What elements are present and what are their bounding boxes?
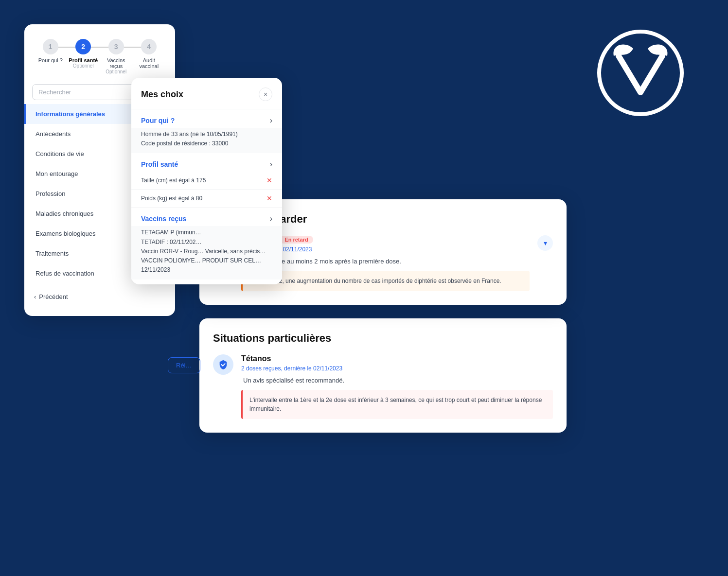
poids-filter-remove[interactable]: ✕: [266, 194, 272, 202]
situations-title: Situations particulières: [213, 332, 553, 345]
tetanos-name-row: Tétanos: [241, 354, 553, 363]
step-2-sublabel: Optionnel: [73, 63, 94, 69]
step-2-circle: 2: [75, 39, 91, 54]
step-3[interactable]: 3 Vaccins reçus Optionnel: [100, 39, 133, 74]
diphterie-dose-date: 1 dose reçue le 02/11/2023: [241, 246, 530, 253]
tetanos-warning-box: L'intervalle entre la 1ère et la 2e dose…: [241, 390, 553, 419]
situations-card: Situations particulières Tétanos 2 doses…: [199, 318, 567, 433]
vaccins-recus-content: TETAGAM P (immun… TETADIF : 02/11/202… V…: [131, 226, 282, 279]
mes-choix-card: Mes choix × Pour qui ? › Homme de 33 ans…: [131, 78, 282, 284]
diphterie-info-box: Depuis 2022, une augmentation du nombre …: [241, 271, 530, 291]
previous-label: Précédent: [39, 293, 68, 300]
taille-filter-label: Taille (cm) est égal à 175: [141, 177, 206, 184]
step-3-circle: 3: [108, 39, 124, 54]
tetanos-info: Tétanos 2 doses reçues, dernière le 02/1…: [241, 354, 553, 419]
vaccin-line-4: VACCIN POLIOMYE… PRODUIT SUR CEL… 12/11/…: [141, 256, 272, 275]
close-button[interactable]: ×: [259, 87, 272, 101]
pour-qui-title: Pour qui ?: [141, 117, 175, 124]
retard-badge: En retard: [280, 236, 313, 244]
vaccin-line-1: TETAGAM P (immun…: [141, 228, 272, 237]
poids-filter-row: Poids (kg) est égal à 80 ✕: [131, 190, 282, 208]
mes-choix-header: Mes choix ×: [131, 87, 282, 109]
previous-button[interactable]: ‹ Précédent: [24, 287, 175, 306]
pour-qui-line-1: Homme de 33 ans (né le 10/05/1991): [141, 130, 272, 139]
pour-qui-chevron: ›: [270, 116, 272, 125]
svg-point-0: [599, 32, 682, 114]
step-2[interactable]: 2 Profil santé Optionnel: [67, 39, 100, 69]
vaccins-recus-section-header[interactable]: Vaccins reçus ›: [131, 208, 282, 226]
step-1[interactable]: 1 Pour qui ?: [34, 39, 67, 63]
vaccin-line-2: TETADIF : 02/11/202…: [141, 238, 272, 247]
taille-filter-row: Taille (cm) est égal à 175 ✕: [131, 172, 282, 190]
step-3-sublabel: Optionnel: [106, 69, 126, 74]
profil-sante-chevron: ›: [270, 160, 272, 169]
step-4-circle: 4: [141, 39, 157, 54]
expand-button[interactable]: ▾: [537, 235, 553, 251]
poids-filter-label: Poids (kg) est égal à 80: [141, 195, 202, 202]
diphterie-name-row: Diphtérie En retard: [241, 235, 530, 244]
tetanos-name: Tétanos: [241, 354, 271, 363]
chevron-left-icon: ‹: [34, 293, 36, 300]
profil-sante-title: Profil santé: [141, 160, 178, 168]
diphterie-description: Deuxième dose au moins 2 mois après la p…: [241, 258, 530, 265]
chevron-down-icon: ▾: [544, 239, 547, 247]
pour-qui-line-2: Code postal de résidence : 33000: [141, 139, 272, 148]
step-1-label: Pour qui ?: [38, 57, 63, 63]
vaccins-recus-title: Vaccins reçus: [141, 215, 186, 223]
pour-qui-content: Homme de 33 ans (né le 10/05/1991) Code …: [131, 128, 282, 153]
step-3-label: Vaccins reçus: [100, 57, 133, 69]
logo: [592, 24, 689, 122]
vaccins-recus-chevron: ›: [270, 214, 272, 223]
profil-sante-section-header[interactable]: Profil santé ›: [131, 153, 282, 172]
pour-qui-section-header[interactable]: Pour qui ? ›: [131, 109, 282, 128]
step-4-label: Audit vaccinal: [133, 57, 166, 69]
reinitialiser-button[interactable]: Réi…: [168, 357, 200, 373]
vaccin-line-3: Vaccin ROR-V - Roug… Varicelle, sans pré…: [141, 247, 272, 256]
shield-blue-icon: [213, 354, 233, 375]
tetanos-row: Tétanos 2 doses reçues, dernière le 02/1…: [213, 354, 553, 419]
tetanos-dose-date: 2 doses reçues, dernière le 02/11/2023: [241, 365, 553, 372]
taille-filter-remove[interactable]: ✕: [266, 176, 272, 184]
tetanos-advice: Un avis spécialisé est recommandé.: [241, 377, 553, 384]
diphterie-info: Diphtérie En retard 1 dose reçue le 02/1…: [241, 235, 530, 291]
step-4[interactable]: 4 Audit vaccinal: [133, 39, 166, 69]
step-2-label: Profil santé: [69, 57, 98, 63]
mes-choix-title: Mes choix: [141, 89, 183, 100]
step-1-circle: 1: [43, 39, 58, 54]
